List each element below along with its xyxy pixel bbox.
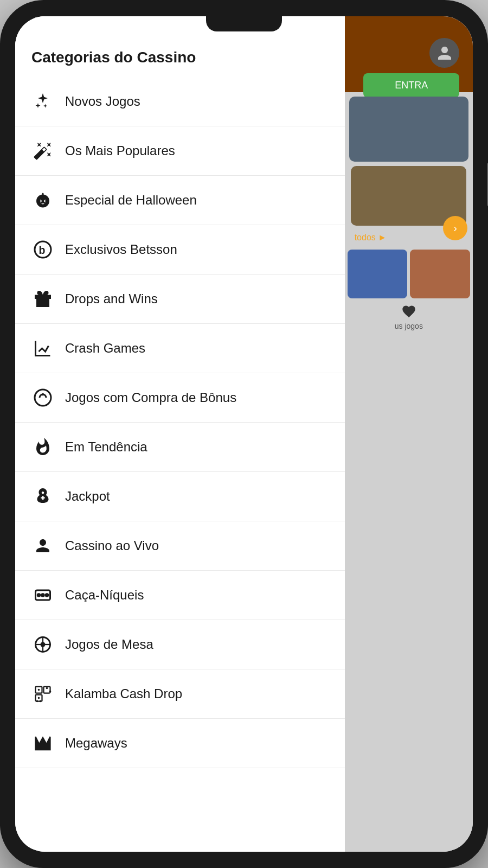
mini-game-1	[348, 250, 408, 298]
sparkles-icon	[31, 90, 54, 113]
menu-item-label-jogos-compra-bonus: Jogos com Compra de Bônus	[65, 390, 236, 405]
svg-point-21	[36, 700, 38, 703]
menu-item-exclusivos-betsson[interactable]: b Exclusivos Betsson	[15, 225, 345, 275]
pumpkin-icon	[31, 189, 54, 212]
roulette-icon	[31, 633, 54, 656]
menu-item-label-jackpot: Jackpot	[65, 489, 110, 504]
right-panel-top: ENTRA	[345, 16, 473, 92]
fav-section: us jogos	[345, 301, 473, 336]
menu-header: Categorias do Cassino	[15, 16, 345, 77]
right-bottom-games	[345, 247, 473, 301]
menu-item-novos-jogos[interactable]: Novos Jogos	[15, 77, 345, 126]
menu-item-label-drops-and-wins: Drops and Wins	[65, 291, 158, 307]
phone-frame: Categorias do Cassino Novos Jogos Os Mai…	[0, 0, 488, 868]
menu-item-label-exclusivos-betsson: Exclusivos Betsson	[65, 242, 177, 257]
menu-title: Categorias do Cassino	[31, 49, 196, 66]
svg-point-20	[38, 697, 40, 699]
svg-point-19	[49, 691, 52, 693]
login-button[interactable]: ENTRA	[363, 73, 459, 98]
nav-arrow[interactable]: ›	[443, 216, 467, 240]
svg-rect-1	[42, 193, 44, 196]
menu-panel: Categorias do Cassino Novos Jogos Os Mai…	[15, 16, 345, 852]
menu-item-label-kalamba-cash-drop: Kalamba Cash Drop	[65, 686, 182, 701]
svg-point-18	[46, 687, 48, 690]
betsson-b-icon: b	[31, 238, 54, 261]
menu-item-especial-halloween[interactable]: Especial de Halloween	[15, 176, 345, 225]
menu-item-crash-games[interactable]: Crash Games	[15, 324, 345, 373]
menu-item-caca-niqueis[interactable]: Caça-Níqueis	[15, 571, 345, 620]
svg-point-5	[42, 393, 44, 396]
menu-item-label-novos-jogos: Novos Jogos	[65, 94, 140, 109]
svg-point-6	[37, 593, 41, 597]
menu-item-cassino-ao-vivo[interactable]: Cassino ao Vivo	[15, 521, 345, 571]
menu-item-em-tendencia[interactable]: Em Tendência	[15, 423, 345, 472]
chart-icon	[31, 337, 54, 360]
fire-icon	[31, 436, 54, 458]
svg-text:b: b	[39, 244, 46, 256]
menu-item-label-os-mais-populares: Os Mais Populares	[65, 143, 175, 158]
bottom-label: us jogos	[392, 319, 426, 333]
svg-point-4	[35, 390, 51, 406]
menu-item-label-megaways: Megaways	[65, 736, 127, 751]
buy-bonus-icon	[31, 386, 54, 409]
svg-point-0	[36, 195, 49, 208]
menu-item-jogos-compra-bonus[interactable]: Jogos com Compra de Bônus	[15, 373, 345, 423]
right-panel: ENTRA › todos ► us jogos	[345, 16, 473, 852]
menu-item-label-caca-niqueis: Caça-Níqueis	[65, 588, 144, 603]
menu-item-jogos-de-mesa[interactable]: Jogos de Mesa	[15, 620, 345, 669]
svg-point-7	[41, 593, 45, 597]
menu-item-kalamba-cash-drop[interactable]: Kalamba Cash Drop	[15, 669, 345, 719]
svg-point-8	[45, 593, 49, 597]
gift-icon	[31, 288, 54, 310]
money-bag-icon	[31, 485, 54, 508]
menu-item-label-em-tendencia: Em Tendência	[65, 439, 147, 455]
menu-item-os-mais-populares[interactable]: Os Mais Populares	[15, 126, 345, 176]
menu-item-label-jogos-de-mesa: Jogos de Mesa	[65, 637, 153, 652]
megaways-m-icon	[31, 732, 54, 755]
menu-items-list: Novos Jogos Os Mais Populares Especial d…	[15, 77, 345, 852]
menu-item-jackpot[interactable]: Jackpot	[15, 472, 345, 521]
menu-item-megaways[interactable]: Megaways	[15, 719, 345, 768]
svg-point-22	[40, 700, 42, 703]
svg-point-17	[38, 689, 40, 691]
menu-item-label-cassino-ao-vivo: Cassino ao Vivo	[65, 538, 159, 553]
dice-icon	[31, 682, 54, 705]
avatar-icon	[429, 38, 459, 68]
menu-item-label-crash-games: Crash Games	[65, 341, 145, 356]
menu-item-label-especial-halloween: Especial de Halloween	[65, 193, 197, 208]
menu-item-drops-and-wins[interactable]: Drops and Wins	[15, 275, 345, 324]
live-dealer-icon	[31, 534, 54, 557]
mini-game-2	[410, 250, 470, 298]
phone-screen: Categorias do Cassino Novos Jogos Os Mai…	[15, 16, 473, 852]
slots-icon	[31, 584, 54, 607]
wand-icon	[31, 139, 54, 162]
